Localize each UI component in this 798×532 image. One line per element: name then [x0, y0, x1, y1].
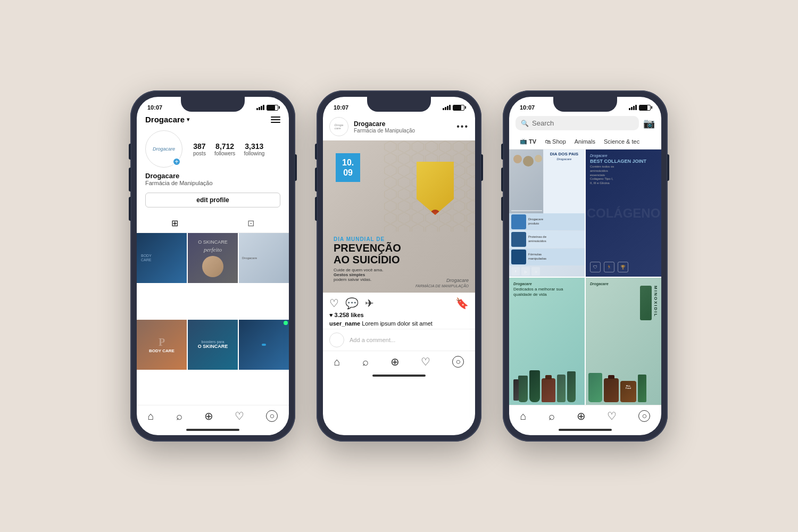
date-box: 10.09	[336, 153, 360, 182]
search-bar[interactable]: 🔍 Search	[516, 116, 639, 130]
heart-nav-icon-3[interactable]: ♡	[607, 410, 617, 422]
heart-nav-icon[interactable]: ♡	[235, 410, 244, 422]
following-stat[interactable]: 3,313 following	[244, 142, 264, 156]
followers-count: 8,712	[214, 142, 235, 151]
profile-header: Drogacare ▾	[137, 113, 289, 128]
phone-2-content: Drogacare Drogacare Farmácia de Manipula…	[323, 113, 475, 435]
dia-dos-pais-label: DIA DOS PAIS	[546, 152, 583, 156]
followers-stat[interactable]: 8,712 followers	[214, 142, 235, 156]
status-icons-2	[443, 105, 464, 111]
post-thumb-6[interactable]	[239, 320, 289, 370]
camera-icon[interactable]: 📷	[643, 118, 655, 129]
phone-1-content: Drogacare ▾ Drogacare + 387	[137, 113, 289, 435]
profile-nav-icon-2[interactable]: ○	[452, 356, 464, 368]
explore-cell-3[interactable]: Drogacare Dedicados a melhorar sua quali…	[509, 278, 585, 405]
profile-nav-icon[interactable]: ○	[266, 410, 278, 422]
posts-label: posts	[193, 151, 206, 156]
notch-2	[367, 97, 431, 112]
tab-grid[interactable]: ⊞	[137, 214, 213, 232]
display-name: Drogacare	[145, 172, 280, 180]
following-label: following	[244, 151, 264, 156]
search-bar-row: 🔍 Search 📷	[509, 113, 661, 134]
profile-nav-icon-3[interactable]: ○	[638, 410, 650, 422]
tab-shop[interactable]: 🛍 Shop	[541, 136, 570, 147]
post-thumb-4[interactable]: P BODY CARE	[137, 320, 187, 370]
body-text: Cuide de quem você ama.	[334, 268, 383, 272]
edit-profile-button[interactable]: edit profile	[145, 193, 280, 207]
phones-container: 10:07 Drogacare ▾	[109, 69, 689, 463]
post-user-info: Drogacare Farmácia de Manipulação	[354, 120, 451, 134]
signal-icon-1	[256, 105, 264, 110]
home-nav-icon-2[interactable]: ⌂	[334, 356, 340, 368]
trophy-icon: 🏆	[618, 262, 628, 272]
ribbon-icon	[417, 162, 459, 226]
person-running-icon: 🏃	[604, 262, 614, 272]
title-2: AO SUICÍDIO	[334, 254, 400, 265]
phone-3: 10:07 🔍 Search 📷	[503, 90, 668, 442]
more-options-icon[interactable]: •••	[456, 122, 469, 131]
notch-1	[181, 97, 245, 112]
search-nav-icon-3[interactable]: ⌕	[548, 410, 555, 422]
add-nav-icon-2[interactable]: ⊕	[390, 355, 400, 368]
following-count: 3,313	[244, 142, 264, 151]
post-thumb-3[interactable]: Drogacare	[239, 233, 289, 283]
profile-username-top: Drogacare ▾	[145, 115, 189, 124]
tab-tv[interactable]: 📺 TV	[516, 136, 541, 147]
tab-tagged[interactable]: ⊡	[213, 214, 289, 232]
phone-1: 10:07 Drogacare ▾	[130, 90, 295, 442]
heart-nav-icon-2[interactable]: ♡	[421, 355, 430, 368]
explore-grid: DIA DOS PAIS Drogacare Drogacareproduto	[509, 149, 661, 405]
shield-icon: 🛡	[590, 262, 601, 272]
comment-avatar	[329, 332, 344, 347]
phone-2: 10:07 Drogacare Drogac	[317, 90, 481, 442]
search-icon: 🔍	[521, 120, 529, 127]
search-nav-icon-2[interactable]: ⌕	[362, 356, 369, 368]
phone-1-screen: 10:07 Drogacare ▾	[137, 97, 289, 435]
comment-input-row: Add a comment...	[323, 329, 475, 351]
home-nav-icon[interactable]: ⌂	[147, 410, 154, 422]
explore-cell-4[interactable]: Drogacare MINOXIDIL	[586, 278, 661, 405]
time-3: 10:07	[520, 104, 535, 111]
tab-animals[interactable]: Animals	[570, 136, 600, 147]
post-thumb-5[interactable]: boosters para O SKINCARE	[188, 320, 238, 370]
hamburger-menu-icon[interactable]	[271, 117, 280, 123]
post-thumb-1[interactable]: BODYCARE	[137, 233, 187, 283]
bookmark-icon[interactable]: 🔖	[455, 297, 469, 310]
like-icon[interactable]: ♡	[329, 297, 339, 310]
search-nav-icon[interactable]: ⌕	[176, 410, 182, 422]
bottom-nav-3: ⌂ ⌕ ⊕ ♡ ○	[509, 405, 661, 425]
post-overlay-text: DIA MUNDIAL DE PREVENÇÃO AO SUICÍDIO Cui…	[334, 236, 464, 282]
share-icon[interactable]: ✈	[365, 297, 374, 310]
comment-input[interactable]: Add a comment...	[350, 337, 395, 343]
post-thumb-2[interactable]: O SKINCAREperfeito	[188, 233, 238, 283]
profile-info-row: Drogacare + 387 posts 8,712 followers	[137, 128, 289, 170]
likes-count: ♥ 3.258 likes	[323, 312, 475, 320]
post-action-left: ♡ 💬 ✈	[329, 297, 455, 310]
comment-icon[interactable]: 💬	[345, 297, 359, 310]
add-nav-icon[interactable]: ⊕	[204, 410, 213, 422]
post-avatar: Drogacare	[329, 117, 348, 136]
post-caption: user_name Lorem ipsum dolor sit amet	[323, 320, 475, 329]
caption-text: Lorem ipsum dolor sit amet	[362, 320, 433, 327]
add-story-button[interactable]: +	[172, 157, 181, 166]
home-nav-icon-3[interactable]: ⌂	[520, 410, 526, 422]
date-text: 10.09	[342, 158, 354, 177]
tab-science[interactable]: Science & tec	[600, 136, 644, 147]
title-1: PREVENÇÃO	[334, 242, 401, 254]
home-indicator-1	[137, 425, 289, 435]
explore-cell-1[interactable]: DIA DOS PAIS Drogacare Drogacareproduto	[509, 149, 585, 277]
post-header: Drogacare Drogacare Farmácia de Manipula…	[323, 113, 475, 140]
pill-food-bottle	[620, 381, 636, 402]
battery-icon-2	[453, 105, 464, 111]
avatar: Drogacare +	[145, 130, 182, 168]
status-icons-1	[256, 105, 278, 111]
phone-2-screen: 10:07 Drogacare Drogac	[323, 97, 475, 435]
post-subtitle: Farmácia de Manipulação	[354, 128, 451, 134]
add-nav-icon-3[interactable]: ⊕	[577, 410, 586, 422]
explore-cell-2[interactable]: colágeno Drogacare BEST COLLAGEN JOINT C…	[586, 149, 661, 277]
chevron-down-icon: ▾	[187, 117, 189, 122]
stats-row: 387 posts 8,712 followers 3,313 followin…	[193, 142, 264, 156]
post-actions: ♡ 💬 ✈ 🔖	[323, 293, 475, 312]
watermark: Drogacare FARMÁCIA DE MANIPULAÇÃO	[415, 278, 469, 288]
profile-tabs: ⊞ ⊡	[137, 214, 289, 233]
